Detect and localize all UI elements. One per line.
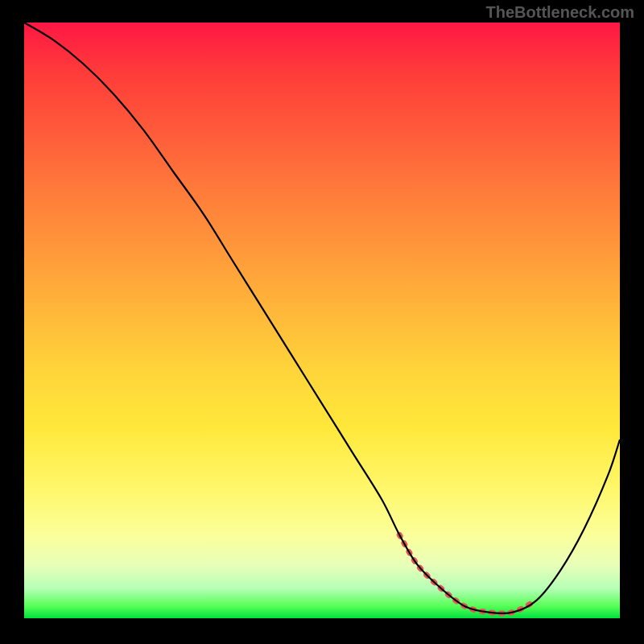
bottleneck-curve-line: [24, 23, 620, 613]
watermark-text: TheBottleneck.com: [486, 3, 634, 22]
plot-area: [24, 23, 620, 618]
chart-svg: [24, 23, 620, 618]
optimal-zone-highlight: [399, 535, 536, 613]
